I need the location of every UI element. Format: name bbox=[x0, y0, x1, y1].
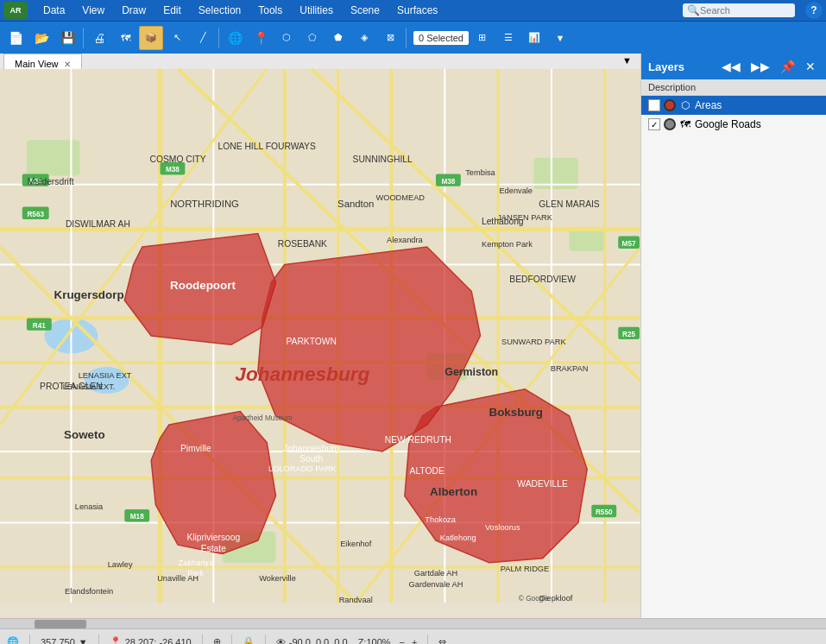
record-count-value: 357 750 bbox=[41, 637, 75, 645]
menu-edit[interactable]: Edit bbox=[154, 3, 190, 18]
svg-text:Elandsfontein: Elandsfontein bbox=[65, 587, 113, 596]
main-toolbar: 📄 📂 💾 🖨 🗺 📦 ↖ ╱ 🌐 📍 ⬡ ⬠ ⬟ ◈ ⊠ 0 Selected… bbox=[0, 21, 826, 54]
svg-text:Edenvale: Edenvale bbox=[499, 186, 533, 195]
svg-text:M18: M18 bbox=[130, 513, 144, 521]
svg-text:M38: M38 bbox=[441, 178, 455, 186]
svg-text:Johannesburg: Johannesburg bbox=[283, 444, 340, 453]
svg-text:BRAKPAN: BRAKPAN bbox=[551, 364, 589, 373]
svg-text:Park: Park bbox=[187, 569, 204, 578]
svg-text:WOODMEAD: WOODMEAD bbox=[375, 193, 425, 202]
svg-text:M38: M38 bbox=[166, 166, 180, 174]
svg-text:Gardenvale AH: Gardenvale AH bbox=[409, 580, 463, 589]
layers-expand-btn[interactable]: ▶▶ bbox=[747, 58, 773, 75]
svg-text:Pimville: Pimville bbox=[180, 444, 211, 453]
menu-surfaces[interactable]: Surfaces bbox=[388, 3, 446, 18]
toolbar-line[interactable]: ╱ bbox=[191, 26, 215, 50]
toolbar-attr2[interactable]: ☰ bbox=[496, 26, 520, 50]
map-panel: Main View ✕ ▼ ↖ ⊕ ⊖ 🌐 🌍 ⚙ ◀◀ ▶▶ ⊞ MAP 🔖 … bbox=[0, 54, 640, 618]
toolbar-dropdown[interactable]: ▼ bbox=[548, 26, 572, 50]
toolbar-map1[interactable]: 🗺 bbox=[113, 26, 137, 50]
svg-text:Boksburg: Boksburg bbox=[489, 406, 543, 419]
zoom-value: Z:100% bbox=[358, 637, 391, 645]
toolbar-new[interactable]: 📄 bbox=[3, 26, 28, 50]
svg-text:WADEVILLE: WADEVILLE bbox=[517, 479, 568, 489]
svg-text:COSMO CITY: COSMO CITY bbox=[150, 155, 206, 164]
svg-text:R550: R550 bbox=[596, 508, 613, 516]
status-gps-icon: ⊕ bbox=[213, 636, 221, 644]
layer-areas-checkbox[interactable]: ✓ bbox=[648, 99, 660, 111]
rotation-value: -90.0, 0.0, 0.0 bbox=[289, 637, 348, 645]
status-eye-icon: 👁 -90.0, 0.0, 0.0 Z:100% − + bbox=[276, 637, 418, 645]
layers-close-btn[interactable]: ✕ bbox=[802, 58, 819, 75]
toolbar-print[interactable]: 🖨 bbox=[87, 26, 111, 50]
svg-text:Johannesburg: Johannesburg bbox=[235, 363, 369, 385]
svg-text:DISWILMAR AH: DISWILMAR AH bbox=[66, 219, 130, 229]
layer-areas[interactable]: ✓ ⬡ Areas bbox=[641, 96, 826, 115]
menu-tools[interactable]: Tools bbox=[249, 3, 291, 18]
toolbar-poly4[interactable]: ◈ bbox=[352, 26, 376, 50]
svg-text:Muldersdrift: Muldersdrift bbox=[28, 177, 74, 186]
svg-text:GLEN MARAIS: GLEN MARAIS bbox=[539, 199, 600, 209]
svg-rect-5 bbox=[570, 229, 605, 251]
toolbar-poly3[interactable]: ⬟ bbox=[326, 26, 350, 50]
svg-text:Vosloorus: Vosloorus bbox=[485, 523, 520, 532]
toolbar-export[interactable]: 📊 bbox=[522, 26, 546, 50]
svg-text:NEW REDRUTH: NEW REDRUTH bbox=[385, 435, 451, 445]
toolbar-icon3[interactable]: 📦 bbox=[139, 26, 163, 50]
svg-text:South: South bbox=[300, 454, 323, 464]
map-view[interactable]: R24 R563 M38 M38 M57 R25 R550 M18 R41 Jo… bbox=[0, 54, 640, 618]
svg-text:LONE HILL FOURWAYS: LONE HILL FOURWAYS bbox=[218, 142, 316, 151]
layers-pin-btn[interactable]: 📌 bbox=[777, 58, 798, 75]
status-lock-icon: 🔒 bbox=[243, 636, 255, 644]
status-bar: 🌐 357 750 ▼ 📍 28.207; -26.410 ⊕ 🔒 👁 -90.… bbox=[0, 628, 826, 644]
svg-text:Estate: Estate bbox=[201, 544, 226, 553]
sep-s2 bbox=[98, 635, 99, 645]
toolbar-save[interactable]: 💾 bbox=[55, 26, 79, 50]
svg-text:Eikenhof: Eikenhof bbox=[340, 540, 371, 548]
toolbar-pin[interactable]: 📍 bbox=[249, 26, 273, 50]
scroll-thumb[interactable] bbox=[35, 620, 86, 628]
svg-text:Krugersdorp: Krugersdorp bbox=[54, 288, 124, 301]
record-count-dropdown[interactable]: ▼ bbox=[79, 637, 88, 645]
layer-areas-type-icon: ⬡ bbox=[679, 99, 691, 111]
gps-icon: ⊕ bbox=[213, 636, 221, 644]
eye-icon: 👁 bbox=[276, 637, 286, 645]
selected-count-badge: 0 Selected bbox=[413, 31, 469, 45]
layers-collapse-btn[interactable]: ◀◀ bbox=[718, 58, 744, 75]
svg-text:R25: R25 bbox=[622, 331, 636, 338]
toolbar-attr1[interactable]: ⊞ bbox=[470, 26, 495, 50]
sep2 bbox=[218, 28, 219, 48]
zoom-out-btn[interactable]: − bbox=[400, 637, 405, 645]
menu-view[interactable]: View bbox=[73, 3, 113, 18]
menu-selection[interactable]: Selection bbox=[190, 3, 249, 18]
menu-draw[interactable]: Draw bbox=[113, 3, 154, 18]
toolbar-globe[interactable]: 🌐 bbox=[223, 26, 247, 50]
globe-icon: 🌐 bbox=[7, 636, 19, 644]
svg-text:Thokoza: Thokoza bbox=[425, 515, 456, 524]
menu-data[interactable]: Data bbox=[35, 3, 73, 18]
svg-text:SUNWARD PARK: SUNWARD PARK bbox=[501, 338, 566, 346]
zoom-in-btn[interactable]: + bbox=[412, 637, 417, 645]
toolbar-select[interactable]: ↖ bbox=[165, 26, 189, 50]
map-horizontal-scrollbar[interactable] bbox=[0, 618, 826, 628]
svg-text:Gartdale AH: Gartdale AH bbox=[414, 569, 457, 578]
layer-areas-label: Areas bbox=[695, 99, 722, 111]
svg-text:Tembisa: Tembisa bbox=[465, 169, 495, 178]
toolbar-poly5[interactable]: ⊠ bbox=[378, 26, 402, 50]
menu-scene[interactable]: Scene bbox=[342, 3, 388, 18]
menu-utilities[interactable]: Utilities bbox=[291, 3, 342, 18]
svg-text:Sandton: Sandton bbox=[337, 199, 374, 209]
toolbar-poly2[interactable]: ⬠ bbox=[300, 26, 325, 50]
svg-text:Alberton: Alberton bbox=[430, 486, 477, 499]
svg-text:JANSEN PARK: JANSEN PARK bbox=[497, 213, 552, 222]
svg-text:Wokerville: Wokerville bbox=[259, 574, 296, 583]
toolbar-poly1[interactable]: ⬡ bbox=[274, 26, 299, 50]
help-button[interactable]: ? bbox=[805, 2, 823, 19]
svg-text:LENASIIA EXT: LENASIIA EXT bbox=[79, 371, 132, 380]
layers-col-header: Description bbox=[641, 79, 826, 96]
layer-google-roads[interactable]: ✓ 🗺 Google Roads bbox=[641, 115, 826, 134]
layers-panel: Layers ◀◀ ▶▶ 📌 ✕ Description ✓ ⬡ Areas ✓… bbox=[640, 54, 826, 618]
toolbar-open[interactable]: 📂 bbox=[29, 26, 54, 50]
status-globe: 🌐 bbox=[7, 636, 19, 644]
layer-roads-checkbox[interactable]: ✓ bbox=[648, 118, 660, 130]
